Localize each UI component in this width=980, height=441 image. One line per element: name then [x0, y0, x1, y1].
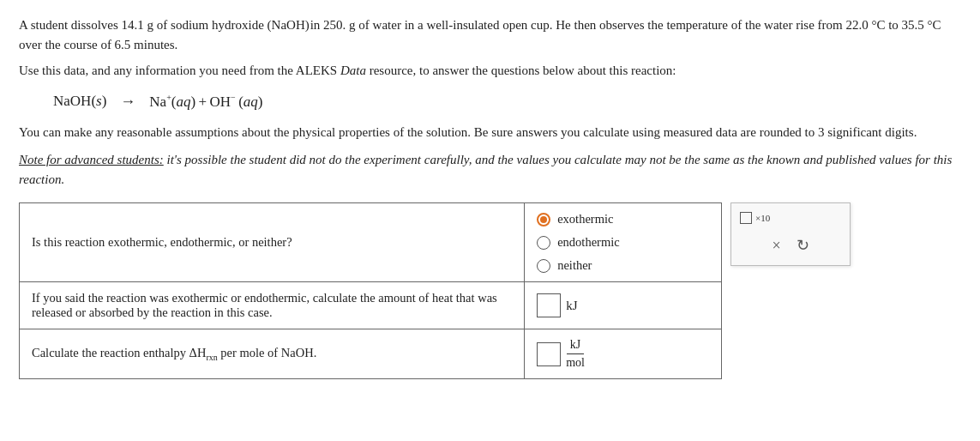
radio-circle-exothermic[interactable] — [537, 213, 550, 227]
popup-clear-button[interactable]: × — [772, 237, 780, 255]
radio-neither[interactable]: neither — [537, 258, 709, 273]
answer-3: kJ mol — [525, 329, 722, 379]
page-container: A student dissolves 14.1 g of sodium hyd… — [19, 15, 961, 379]
question-3: Calculate the reaction enthalpy ΔHrxn pe… — [20, 329, 525, 379]
intro-paragraph-3: You can make any reasonable assumptions … — [19, 123, 961, 142]
radio-circle-neither[interactable] — [537, 259, 550, 273]
radio-circle-endothermic[interactable] — [537, 236, 550, 250]
intro-paragraph-2: Use this data, and any information you n… — [19, 61, 961, 81]
note-paragraph: Note for advanced students: it's possibl… — [19, 150, 961, 189]
heat-unit-kj: kJ — [566, 299, 577, 313]
heat-input-box[interactable] — [537, 293, 561, 317]
radio-label-exothermic: exothermic — [557, 212, 613, 227]
fraction-numerator: kJ — [567, 338, 584, 354]
answer-2: kJ — [525, 282, 722, 329]
table-section: Is this reaction exothermic, endothermic… — [19, 202, 961, 379]
table-row: Calculate the reaction enthalpy ΔHrxn pe… — [20, 329, 722, 379]
question-1: Is this reaction exothermic, endothermic… — [20, 203, 525, 282]
fraction-denominator: mol — [566, 354, 585, 370]
radio-label-neither: neither — [557, 258, 592, 273]
questions-table: Is this reaction exothermic, endothermic… — [19, 202, 722, 379]
popup-top-area: ×10 — [740, 212, 770, 224]
equation-reactant: NaOH(s) — [53, 93, 106, 110]
popup-undo-button[interactable]: ↻ — [797, 236, 809, 255]
equation-product1: Na+(aq) + OH− (aq) — [149, 93, 262, 111]
radio-exothermic[interactable]: exothermic — [537, 212, 709, 227]
equation-arrow: → — [120, 93, 135, 111]
enthalpy-input-box[interactable] — [537, 342, 561, 366]
radio-label-endothermic: endothermic — [557, 235, 619, 250]
input-heat-container: kJ — [537, 293, 709, 317]
fraction-display: kJ mol — [566, 338, 585, 370]
popup-action-buttons: × ↻ — [740, 236, 841, 255]
radio-endothermic[interactable]: endothermic — [537, 235, 709, 250]
popup-widget: ×10 × ↻ — [730, 202, 851, 266]
input-enthalpy-container: kJ mol — [537, 338, 709, 370]
intro-paragraph-1: A student dissolves 14.1 g of sodium hyd… — [19, 15, 961, 54]
table-row: If you said the reaction was exothermic … — [20, 282, 722, 329]
table-row: Is this reaction exothermic, endothermic… — [20, 203, 722, 282]
answer-1: exothermic endothermic neither — [525, 203, 722, 282]
radio-group-reaction-type: exothermic endothermic neither — [537, 212, 709, 273]
popup-x10-label: ×10 — [755, 213, 770, 223]
popup-checkbox[interactable] — [740, 212, 752, 224]
question-2: If you said the reaction was exothermic … — [20, 282, 525, 329]
chemical-equation: NaOH(s) → Na+(aq) + OH− (aq) — [53, 93, 961, 111]
